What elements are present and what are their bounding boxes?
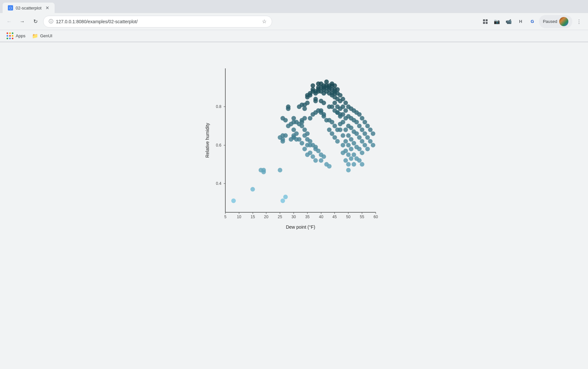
user-avatar <box>559 17 568 26</box>
svg-point-89 <box>311 83 315 88</box>
svg-point-215 <box>303 147 307 151</box>
svg-point-140 <box>341 143 345 148</box>
svg-point-154 <box>346 152 351 157</box>
svg-point-177 <box>357 147 362 151</box>
svg-point-189 <box>365 147 370 151</box>
svg-point-178 <box>357 158 362 163</box>
address-bar[interactable]: ⓘ 127.0.0.1:8080/examples/02-scatterplot… <box>43 16 272 27</box>
svg-rect-0 <box>483 19 485 21</box>
svg-text:15: 15 <box>251 215 255 219</box>
svg-point-213 <box>297 137 302 142</box>
paused-button[interactable]: Paused <box>539 15 572 28</box>
h-extension-button[interactable]: H <box>515 16 526 27</box>
svg-point-203 <box>330 120 334 124</box>
svg-point-135 <box>341 97 345 101</box>
svg-point-187 <box>365 124 370 128</box>
svg-point-179 <box>360 116 364 121</box>
svg-text:10: 10 <box>237 215 241 219</box>
svg-point-46 <box>281 116 285 121</box>
svg-point-184 <box>363 120 367 124</box>
back-button[interactable]: ← <box>4 16 14 27</box>
svg-point-147 <box>343 149 348 153</box>
svg-point-61 <box>300 124 304 128</box>
svg-point-185 <box>363 131 367 136</box>
genui-bookmark[interactable]: 📁 GenUI <box>29 32 55 40</box>
screenshot-button[interactable]: 📷 <box>492 16 502 27</box>
svg-text:5: 5 <box>224 215 227 219</box>
svg-point-162 <box>349 156 354 161</box>
tab-favicon: ⬡ <box>8 5 13 10</box>
svg-point-139 <box>341 133 345 138</box>
svg-point-75 <box>321 154 326 159</box>
svg-point-174 <box>357 112 362 117</box>
svg-text:30: 30 <box>291 215 296 219</box>
video-button[interactable]: 📹 <box>504 16 514 27</box>
svg-point-220 <box>319 110 323 115</box>
apps-bookmark[interactable]: Apps <box>4 31 28 41</box>
tab-title: 02-scatterplot <box>16 6 42 10</box>
svg-point-123 <box>333 101 337 105</box>
bookmark-star-icon[interactable]: ☆ <box>262 18 267 25</box>
svg-point-74 <box>319 158 323 163</box>
extensions-button[interactable] <box>480 16 491 27</box>
svg-point-60 <box>300 118 304 122</box>
svg-point-183 <box>360 162 364 167</box>
svg-rect-3 <box>486 22 488 24</box>
svg-point-168 <box>352 162 356 167</box>
tab-close-button[interactable]: ✕ <box>45 5 49 10</box>
svg-point-211 <box>311 154 315 159</box>
forward-button[interactable]: → <box>17 16 27 27</box>
svg-text:20: 20 <box>264 215 268 219</box>
nav-actions: 📷 📹 H G Paused ⋮ <box>480 15 584 28</box>
svg-point-193 <box>371 143 375 148</box>
svg-point-161 <box>349 147 354 151</box>
folder-icon: 📁 <box>32 33 38 39</box>
x-axis-label: Dew point (°F) <box>286 224 315 230</box>
svg-text:50: 50 <box>346 215 351 219</box>
svg-point-68 <box>305 143 310 148</box>
info-icon: ⓘ <box>49 19 53 25</box>
svg-point-208 <box>335 139 340 144</box>
svg-point-204 <box>330 131 334 136</box>
apps-label: Apps <box>16 33 26 38</box>
svg-point-216 <box>308 116 312 121</box>
scatter-dots <box>231 79 375 203</box>
reload-button[interactable]: ↻ <box>30 16 41 27</box>
chart-svg: 0.4 0.6 0.8 5 10 15 20 25 30 35 <box>202 55 386 245</box>
svg-point-51 <box>278 168 282 172</box>
svg-point-224 <box>330 104 334 109</box>
active-tab[interactable]: ⬡ 02-scatterplot ✕ <box>3 3 55 13</box>
svg-point-142 <box>343 101 348 105</box>
svg-point-191 <box>368 139 372 144</box>
svg-text:0.8: 0.8 <box>216 104 221 109</box>
svg-point-155 <box>346 162 351 167</box>
svg-point-212 <box>313 158 318 163</box>
bookmarks-bar: Apps 📁 GenUI <box>0 30 588 42</box>
svg-point-77 <box>327 164 332 168</box>
tab-bar: ⬡ 02-scatterplot ✕ <box>0 0 588 13</box>
svg-point-171 <box>354 131 359 136</box>
paused-label: Paused <box>543 19 557 24</box>
svg-point-200 <box>303 106 307 111</box>
svg-point-136 <box>341 104 345 109</box>
svg-point-202 <box>327 128 332 132</box>
grammarly-button[interactable]: G <box>527 16 538 27</box>
svg-point-166 <box>352 141 356 146</box>
svg-point-120 <box>333 83 337 88</box>
svg-point-55 <box>289 137 293 142</box>
svg-point-43 <box>286 106 290 111</box>
svg-point-167 <box>352 152 356 157</box>
svg-point-188 <box>365 135 370 140</box>
svg-point-37 <box>251 187 255 192</box>
svg-point-108 <box>324 79 329 84</box>
svg-point-186 <box>363 143 367 148</box>
url-text: 127.0.0.1:8080/examples/02-scatterplot/ <box>56 19 259 24</box>
svg-point-36 <box>231 199 236 203</box>
svg-point-148 <box>343 158 348 163</box>
page-content: 0.4 0.6 0.8 5 10 15 20 25 30 35 <box>0 42 588 350</box>
svg-point-230 <box>294 120 299 124</box>
svg-point-190 <box>368 128 372 132</box>
menu-button[interactable]: ⋮ <box>574 16 584 27</box>
svg-point-214 <box>300 141 304 146</box>
svg-point-170 <box>354 120 359 124</box>
